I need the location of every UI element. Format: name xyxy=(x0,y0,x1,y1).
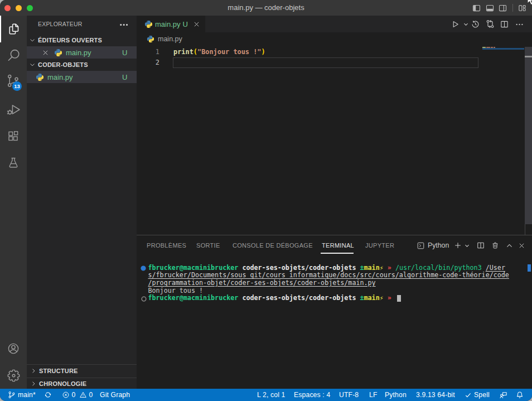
tab-strip: main.py U xyxy=(137,16,532,32)
activity-account[interactable] xyxy=(0,335,27,362)
command-decoration-icon[interactable] xyxy=(141,265,146,271)
tree-filename: main.py xyxy=(47,73,73,81)
gear-icon xyxy=(7,369,20,382)
open-editor-row[interactable]: main.py U xyxy=(27,46,137,59)
current-line-highlight xyxy=(173,57,478,68)
sync-icon xyxy=(44,391,52,399)
split-terminal-icon[interactable] xyxy=(477,235,485,255)
maximize-panel-icon[interactable] xyxy=(506,235,513,255)
tab-label: main.py xyxy=(155,20,181,28)
chevron-down-icon xyxy=(29,61,36,68)
new-terminal-icon[interactable] xyxy=(454,235,462,255)
statusbar-interpreter[interactable]: 3.9.13 64-bit xyxy=(416,389,455,401)
toggle-sidebar-icon[interactable] xyxy=(472,4,481,12)
git-graph-label: Git Graph xyxy=(100,391,130,399)
title-bar: main.py — coder-objets xyxy=(0,0,532,16)
breadcrumb[interactable]: main.py xyxy=(137,32,532,45)
activity-explorer[interactable] xyxy=(0,16,27,42)
timeline-history-icon[interactable] xyxy=(471,16,480,32)
panel-tab-jupyter[interactable]: JUPYTER xyxy=(365,235,394,255)
run-dropdown-chevron-icon[interactable] xyxy=(463,16,469,32)
python-file-icon xyxy=(147,35,154,43)
branch-label: main* xyxy=(18,391,36,399)
toggle-secondary-sidebar-icon[interactable] xyxy=(499,4,507,12)
activity-testing[interactable] xyxy=(0,149,27,176)
statusbar-indentation[interactable]: Espaces : 4 xyxy=(294,389,330,401)
activity-bar: 13 xyxy=(0,16,27,389)
section-open-editors[interactable]: ÉDITEURS OUVERTS xyxy=(27,34,137,46)
toggle-panel-icon[interactable] xyxy=(486,4,494,12)
python-file-icon xyxy=(36,73,44,81)
split-editor-icon[interactable] xyxy=(500,16,509,32)
tab-main-py[interactable]: main.py U xyxy=(137,16,205,32)
section-structure[interactable]: STRUCTURE xyxy=(27,364,137,377)
status-bar: main* 0 0 Git Graph L 2, col 1 xyxy=(0,389,532,401)
statusbar-git-graph[interactable]: Git Graph xyxy=(100,389,130,401)
window-title: main.py — coder-objets xyxy=(0,0,532,16)
code-editor[interactable]: 1 print("Bonjour tous !") 2 xyxy=(137,45,532,235)
open-changes-icon[interactable] xyxy=(486,16,495,32)
close-panel-icon[interactable] xyxy=(518,235,525,255)
error-count: 0 xyxy=(72,391,76,399)
activity-extensions[interactable] xyxy=(0,123,27,149)
run-debug-icon xyxy=(7,103,21,117)
vscode-window: main.py — coder-objets xyxy=(0,0,532,401)
explorer-sidebar: EXPLORATEUR ÉDITEURS OUVERTS main.py U xyxy=(27,16,137,389)
statusbar-language[interactable]: Python xyxy=(385,389,407,401)
statusbar-problems[interactable]: 0 0 xyxy=(62,389,93,401)
terminal-line: /programmation-objet/coder-ses-objets/co… xyxy=(148,279,376,287)
section-folder-label: CODER-OBJETS xyxy=(38,61,88,68)
kill-terminal-icon[interactable] xyxy=(491,235,499,255)
section-timeline[interactable]: CHRONOLOGIE xyxy=(27,378,137,389)
check-icon xyxy=(465,392,472,399)
python-file-icon xyxy=(144,20,153,28)
titlebar-separator xyxy=(512,4,513,12)
breadcrumb-filename: main.py xyxy=(158,35,182,43)
warning-count: 0 xyxy=(89,391,93,399)
statusbar-sync[interactable] xyxy=(44,389,52,401)
terminal-shell-label[interactable]: Python xyxy=(428,235,449,255)
prompt-decoration-icon[interactable] xyxy=(141,296,147,302)
run-python-file-icon[interactable] xyxy=(451,16,460,32)
activity-search[interactable] xyxy=(0,42,27,69)
line-number-2: 2 xyxy=(137,57,159,68)
terminal-dropdown-chevron-icon[interactable] xyxy=(464,235,470,255)
panel-tab-problems[interactable]: PROBLÈMES xyxy=(147,235,186,255)
section-timeline-label: CHRONOLOGIE xyxy=(39,380,86,387)
scrollbar-border xyxy=(525,224,525,235)
statusbar-encoding[interactable]: UTF-8 xyxy=(339,389,359,401)
statusbar-branch[interactable]: main* xyxy=(8,389,36,401)
search-icon xyxy=(7,49,20,62)
panel-tab-output[interactable]: SORTIE xyxy=(196,235,220,255)
tree-file-row[interactable]: main.py U xyxy=(27,71,137,83)
terminal-shell-icon xyxy=(417,235,424,255)
section-open-editors-label: ÉDITEURS OUVERTS xyxy=(38,37,102,44)
activity-run-debug[interactable] xyxy=(0,96,27,123)
bell-icon xyxy=(516,391,524,399)
git-branch-icon xyxy=(8,391,16,399)
terminal-line: fbrucker@macminibrucker coder-ses-objets… xyxy=(148,264,505,272)
statusbar-feedback[interactable] xyxy=(499,389,507,401)
bottom-panel: PROBLÈMES SORTIE CONSOLE DE DÉBOGAGE TER… xyxy=(137,235,532,389)
panel-tab-debug-console[interactable]: CONSOLE DE DÉBOGAGE xyxy=(233,235,313,255)
editor-scrollbar[interactable] xyxy=(525,47,532,224)
open-editor-filename: main.py xyxy=(66,49,91,57)
statusbar-notifications[interactable] xyxy=(516,389,524,401)
editor-more-actions-icon[interactable] xyxy=(515,16,524,32)
overview-ruler-cursor-mark xyxy=(525,56,532,57)
close-icon[interactable] xyxy=(42,49,49,56)
panel-tab-active-underline xyxy=(321,253,354,254)
section-folder[interactable]: CODER-OBJETS xyxy=(27,59,137,71)
tab-close-icon[interactable] xyxy=(193,21,200,28)
statusbar-eol[interactable]: LF xyxy=(369,389,378,401)
terminal-cursor xyxy=(397,295,402,302)
statusbar-cursor-position[interactable]: L 2, col 1 xyxy=(257,389,286,401)
feedback-icon xyxy=(499,391,507,399)
minimap[interactable] xyxy=(482,47,524,50)
statusbar-spell[interactable]: Spell xyxy=(465,389,490,401)
terminal-line: s/fbrucker/Documents/sous_git/cours_info… xyxy=(148,272,509,279)
minimap-current-line xyxy=(482,48,524,50)
mouse-cursor xyxy=(525,0,532,7)
sidebar-more-actions-icon[interactable] xyxy=(119,20,128,29)
activity-settings[interactable] xyxy=(0,362,27,389)
